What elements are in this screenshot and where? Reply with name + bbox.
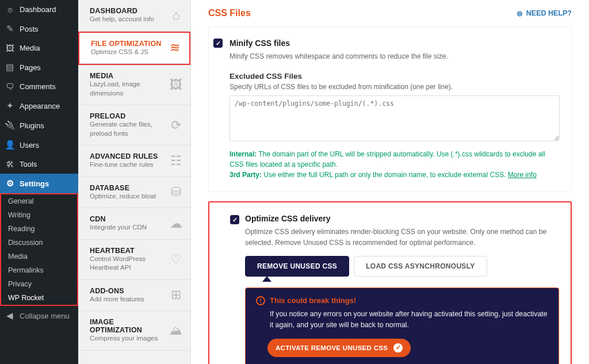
sidebar-item-label: Pages [20,63,41,72]
sidebar-item-label: Appearance [20,102,60,110]
sliders-icon: ☷ [169,154,183,168]
sidebar-item-plugins[interactable]: 🔌Plugins [0,116,78,135]
brush-icon: ✦ [5,101,15,111]
submenu-item-media[interactable]: Media [1,250,77,263]
warning-icon: ! [256,296,265,305]
rocket-nav-image-optimization[interactable]: IMAGE OPTIMIZATIONCompress your images⛰ [78,311,190,351]
nav-subtitle: Compress your images [90,334,163,343]
rocket-nav-database[interactable]: DATABASEOptimize, reduce bloat⛁ [78,177,190,209]
activate-label: ACTIVATE REMOVE UNUSED CSS [276,344,388,351]
tools-icon: 🛠 [5,159,15,169]
sidebar-item-comments[interactable]: 🗨Comments [0,77,78,96]
rocket-nav-heartbeat[interactable]: HEARTBEATControl WordPress Heartbeat API… [78,240,190,280]
sidebar-item-media[interactable]: 🖾Media [0,39,78,58]
nav-title: IMAGE OPTIMIZATION [90,318,163,334]
sidebar-item-tools[interactable]: 🛠Tools [0,155,78,174]
load-css-async-button[interactable]: LOAD CSS ASYNCHRONOUSLY [354,256,487,277]
submenu-item-discussion[interactable]: Discussion [1,236,77,250]
excluded-desc: Specify URLs of CSS files to be excluded… [230,83,560,91]
rocket-nav-preload[interactable]: PRELOADGenerate cache files, preload fon… [78,105,190,145]
nav-subtitle: Fine-tune cache rules [90,160,163,170]
submenu-item-permalinks[interactable]: Permalinks [1,263,77,277]
rocket-nav-dashboard[interactable]: DASHBOARDGet help, account info⌂ [78,0,190,32]
minify-title: Minify CSS files [230,39,560,48]
collapse-menu-button[interactable]: ◀Collapse menu [0,306,78,325]
mountain-icon: ⛰ [169,323,183,338]
minify-notes: Internal: The domain part of the URL wil… [230,149,560,180]
file-optimization-highlight: FILE OPTIMIZATIONOptimize CSS & JS≋ [78,32,190,66]
nav-title: DATABASE [90,184,163,192]
submenu-item-privacy[interactable]: Privacy [1,277,77,291]
submenu-item-general[interactable]: General [1,194,77,208]
sidebar-item-label: Media [20,44,40,52]
need-help-label: NEED HELP? [526,9,572,17]
nav-subtitle: LazyLoad, image dimensions [90,80,163,98]
nav-title: ADD-ONS [90,287,163,295]
nav-title: MEDIA [90,72,163,80]
sidebar-item-settings[interactable]: ⚙Settings [0,174,78,193]
excluded-title: Excluded CSS Files [230,72,560,81]
optimize-desc: Optimize CSS delivery eliminates render-… [245,227,559,248]
nav-title: FILE OPTIMIZATION [91,40,162,48]
optimize-css-highlight: ✓ Optimize CSS delivery Optimize CSS del… [208,201,572,364]
warn-notch [262,276,271,282]
sidebar-item-appearance[interactable]: ✦Appearance [0,96,78,116]
more-info-link[interactable]: More info [508,171,537,179]
note-3rdparty-label: 3rd Party: [230,171,262,179]
nav-subtitle: Integrate your CDN [90,223,163,232]
collapse-icon: ◀ [5,311,15,321]
submenu-item-reading[interactable]: Reading [1,222,77,236]
optimize-title: Optimize CSS delivery [245,214,559,223]
rocket-nav-file-optimization[interactable]: FILE OPTIMIZATIONOptimize CSS & JS≋ [79,33,189,64]
sidebar-item-label: Settings [20,179,49,188]
warning-desc: If you notice any errors on your website… [256,309,548,331]
rocket-nav-cdn[interactable]: CDNIntegrate your CDN☁ [78,208,190,240]
rocket-nav-advanced-rules[interactable]: ADVANCED RULESFine-tune cache rules☷ [78,145,190,177]
comment-icon: 🗨 [5,82,15,91]
refresh-icon: ⟳ [169,118,183,133]
delivery-method-buttons: REMOVE UNUSED CSS LOAD CSS ASYNCHRONOUSL… [245,256,559,277]
sidebar-item-label: Comments [20,82,56,91]
heartbeat-icon: ♡ [169,252,183,267]
sidebar-item-users[interactable]: 👤Users [0,135,78,155]
rocket-nav-addons[interactable]: ADD-ONSAdd more features⊞ [78,280,190,312]
optimize-checkbox[interactable]: ✓ [230,215,239,224]
database-icon: ⛁ [169,185,183,200]
sidebar-item-label: Tools [20,160,37,168]
nav-title: PRELOAD [90,112,163,120]
excluded-css-textarea[interactable] [230,95,560,141]
sidebar-item-label: Users [20,141,39,150]
nav-title: HEARTBEAT [90,247,163,255]
note-internal-label: Internal: [230,150,257,158]
home-icon: ⌂ [169,8,183,23]
wp-admin-sidebar: ⌾Dashboard ✎Posts 🖾Media ▤Pages 🗨Comment… [0,0,78,364]
plugin-icon: 🔌 [5,120,15,131]
gauge-icon: ⌾ [5,5,15,14]
minify-desc: Minify CSS removes whitespace and commen… [230,51,560,62]
need-help-button[interactable]: ⊚NEED HELP? [517,9,572,18]
sidebar-item-dashboard[interactable]: ⌾Dashboard [0,0,78,19]
minify-css-card: ✓ Minify CSS files Minify CSS removes wh… [208,26,572,192]
main-panel: CSS Files ⊚NEED HELP? ✓ Minify CSS files… [191,0,589,364]
page-icon: ▤ [5,62,15,72]
minify-checkbox[interactable]: ✓ [213,39,223,48]
nav-subtitle: Optimize CSS & JS [91,48,162,57]
submenu-item-wp-rocket[interactable]: WP Rocket [1,291,77,305]
nav-subtitle: Generate cache files, preload fonts [90,120,163,138]
sidebar-item-posts[interactable]: ✎Posts [0,19,78,39]
activate-remove-unused-css-button[interactable]: ACTIVATE REMOVE UNUSED CSS ✓ [267,339,411,357]
rocket-nav-media[interactable]: MEDIALazyLoad, image dimensions🖼 [78,65,190,105]
nav-title: ADVANCED RULES [90,152,163,160]
nav-title: CDN [90,215,163,223]
image-icon: 🖼 [169,78,183,93]
remove-unused-css-button[interactable]: REMOVE UNUSED CSS [245,256,349,277]
nav-subtitle: Get help, account info [90,15,163,24]
warning-title: This could break things! [270,296,356,305]
gear-icon: ⚙ [5,178,15,189]
lifebuoy-icon: ⊚ [517,9,523,18]
check-icon: ✓ [393,343,403,352]
submenu-item-writing[interactable]: Writing [1,208,77,222]
sidebar-item-pages[interactable]: ▤Pages [0,58,78,77]
optimize-css-card: ✓ Optimize CSS delivery Optimize CSS del… [209,202,571,364]
sidebar-item-label: Plugins [20,121,44,130]
